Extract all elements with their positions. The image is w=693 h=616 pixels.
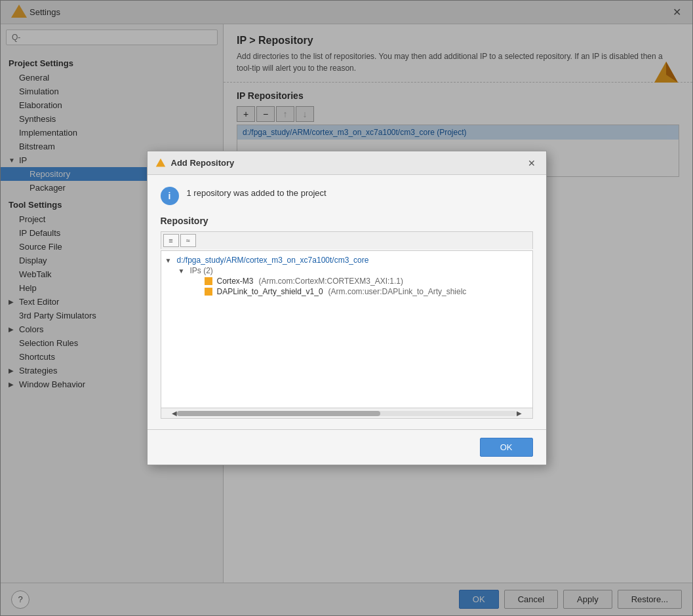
tree-ips-container: ▼ IPs (2) Cortex-M3 (Arm.com:CortexM:COR… [165, 265, 528, 297]
ip2-name: DAPLink_to_Arty_shield_v1_0 [217, 287, 323, 296]
ips-label: IPs (2) [190, 266, 213, 275]
add-repository-modal: Add Repository ✕ i 1 repository was adde… [147, 151, 547, 465]
ip2-meta: (Arm.com:user:DAPLink_to_Arty_shielc [328, 287, 467, 296]
ip1-cube-icon [205, 277, 212, 285]
modal-overlay: Add Repository ✕ i 1 repository was adde… [0, 0, 693, 616]
scroll-right-button[interactable]: ▶ [517, 410, 522, 417]
tree-ip1-container: Cortex-M3 (Arm.com:CortexM:CORTEXM3_AXI:… [178, 276, 528, 286]
repo-toolbar: ≡ ≈ [161, 231, 533, 249]
root-expand-arrow[interactable]: ▼ [165, 257, 174, 264]
modal-title-icon [155, 158, 166, 168]
scrollbar-thumb[interactable] [177, 411, 381, 416]
root-path-label: d:/fpga_study/ARM/cortex_m3_on_xc7a100t/… [177, 256, 369, 265]
repository-label: Repository [161, 216, 533, 226]
modal-body: i 1 repository was added to the project … [148, 175, 546, 429]
horizontal-scrollbar[interactable]: ◀ ▶ [161, 408, 533, 419]
modal-footer: OK [148, 429, 546, 465]
info-icon: i [161, 187, 179, 205]
collapse-all-button[interactable]: ≡ [163, 234, 179, 247]
tree-root-row[interactable]: ▼ d:/fpga_study/ARM/cortex_m3_on_xc7a100… [165, 255, 528, 265]
modal-title-bar: Add Repository ✕ [148, 151, 546, 175]
scrollbar-track[interactable] [177, 411, 517, 416]
ip1-meta: (Arm.com:CortexM:CORTEXM3_AXI:1.1) [259, 277, 404, 286]
ips-expand-arrow[interactable]: ▼ [178, 267, 188, 275]
ip1-name: Cortex-M3 [217, 277, 254, 286]
modal-title: Add Repository [171, 158, 525, 168]
tree-ip1-row[interactable]: Cortex-M3 (Arm.com:CortexM:CORTEXM3_AXI:… [205, 276, 528, 286]
tree-ip2-row[interactable]: DAPLink_to_Arty_shield_v1_0 (Arm.com:use… [205, 286, 528, 297]
tree-ip2-container: DAPLink_to_Arty_shield_v1_0 (Arm.com:use… [178, 286, 528, 297]
svg-marker-3 [155, 158, 165, 166]
info-message: 1 repository was added to the project [187, 185, 327, 198]
ip2-cube-icon [205, 288, 212, 296]
info-row: i 1 repository was added to the project [161, 185, 533, 205]
modal-close-button[interactable]: ✕ [525, 157, 538, 170]
expand-all-button[interactable]: ≈ [180, 234, 196, 247]
repo-tree: ▼ d:/fpga_study/ARM/cortex_m3_on_xc7a100… [161, 250, 533, 408]
tree-ips-row[interactable]: ▼ IPs (2) [178, 265, 528, 276]
modal-ok-button[interactable]: OK [480, 438, 533, 457]
scroll-left-button[interactable]: ◀ [172, 410, 177, 417]
